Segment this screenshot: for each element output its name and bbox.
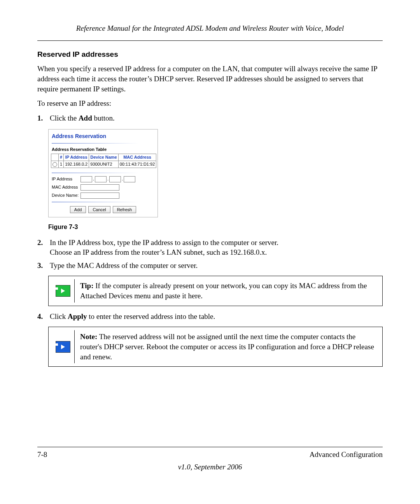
panel-separator-3 — [52, 202, 154, 202]
step-1: 1. Click the Add button. — [37, 113, 383, 123]
row-ip: 192.168.0.2 — [64, 161, 89, 168]
note-icon-cell — [52, 330, 75, 363]
step-4-number: 4. — [37, 312, 43, 322]
step-1-bold: Add — [79, 114, 92, 122]
row-radio[interactable] — [52, 162, 57, 167]
panel-separator — [52, 143, 154, 144]
table-header-row: # IP Address Device Name MAC Address — [51, 154, 156, 161]
step-4: 4. Click Apply to enter the reserved add… — [37, 312, 383, 322]
tip-arrow-icon — [56, 285, 70, 297]
lead-in: To reserve an IP address: — [37, 98, 383, 108]
mac-address-input[interactable] — [80, 184, 119, 191]
step-1-suffix: button. — [92, 114, 115, 122]
ip-octet-3[interactable] — [109, 176, 121, 182]
device-name-label: Device Name: — [52, 192, 80, 198]
section-heading: Reserved IP addresses — [37, 49, 383, 60]
tip-text-cell: Tip: If the computer is already present … — [75, 279, 377, 302]
step-3-text: Type the MAC Address of the computer or … — [50, 261, 198, 270]
step-2-number: 2. — [37, 238, 43, 248]
step-2: 2. In the IP Address box, type the IP ad… — [37, 238, 383, 257]
note-arrow-icon — [56, 341, 70, 353]
address-reservation-panel: Address Reservation Address Reservation … — [48, 129, 158, 217]
step-3: 3. Type the MAC Address of the computer … — [37, 261, 383, 271]
tip-callout: Tip: If the computer is already present … — [48, 276, 383, 306]
panel-title: Address Reservation — [52, 133, 155, 140]
step-1-number: 1. — [37, 113, 43, 123]
col-mac: MAC Address — [118, 154, 156, 161]
footer-section: Advanced Configuration — [310, 450, 383, 460]
top-rule — [37, 40, 383, 41]
figure-7-3: Address Reservation Address Reservation … — [48, 129, 383, 217]
col-num: # — [59, 154, 64, 161]
ip-octet-1[interactable] — [80, 176, 92, 182]
footer-rule — [37, 447, 383, 447]
figure-caption: Figure 7-3 — [48, 223, 383, 231]
step-3-number: 3. — [37, 261, 43, 271]
page-footer: 7-8 Advanced Configuration v1.0, Septemb… — [37, 447, 383, 472]
page-number: 7-8 — [37, 450, 47, 460]
row-device: 9300UNIT2 — [89, 161, 119, 168]
col-select — [51, 154, 59, 161]
device-name-input[interactable] — [80, 192, 119, 199]
row-num: 1 — [59, 161, 64, 168]
step-2-line1: In the IP Address box, type the IP addre… — [50, 238, 278, 247]
refresh-button[interactable]: Refresh — [113, 206, 136, 213]
intro-paragraph: When you specify a reserved IP address f… — [37, 64, 383, 94]
row-mac: 00:11:43:71:D1:92 — [118, 161, 156, 168]
ip-octet-2[interactable] — [95, 176, 107, 182]
button-row: Add Cancel Refresh — [51, 206, 155, 213]
col-device: Device Name — [89, 154, 119, 161]
mac-address-row: MAC Address — [52, 184, 154, 191]
footer-version: v1.0, September 2006 — [37, 462, 383, 472]
table-caption: Address Reservation Table — [52, 147, 155, 152]
running-head: Reference Manual for the Integrated ADSL… — [37, 23, 383, 33]
step-4-suffix: to enter the reserved address into the t… — [87, 312, 215, 320]
step-1-prefix: Click the — [50, 114, 79, 122]
add-button[interactable]: Add — [70, 206, 86, 213]
tip-text: If the computer is already present on yo… — [80, 282, 367, 300]
col-ip: IP Address — [64, 154, 89, 161]
tip-icon-cell — [52, 279, 75, 302]
ip-address-label: IP Address — [52, 176, 80, 182]
note-callout: Note: The reserved address will not be a… — [48, 327, 383, 367]
note-text-cell: Note: The reserved address will not be a… — [75, 330, 377, 363]
step-2-line2: Choose an IP address from the router’s L… — [50, 248, 267, 256]
step-4-prefix: Click — [50, 312, 68, 320]
note-label: Note: — [80, 332, 97, 341]
tip-label: Tip: — [80, 282, 94, 290]
device-name-row: Device Name: — [52, 192, 154, 199]
ip-address-row: IP Address . . . — [52, 176, 154, 182]
panel-separator-2 — [52, 173, 154, 173]
reservation-table: # IP Address Device Name MAC Address 1 1… — [51, 154, 156, 168]
note-text: The reserved address will not be assigne… — [80, 332, 374, 360]
mac-address-label: MAC Address — [52, 184, 80, 190]
ip-octet-4[interactable] — [124, 176, 135, 182]
table-row[interactable]: 1 192.168.0.2 9300UNIT2 00:11:43:71:D1:9… — [51, 161, 156, 168]
cancel-button[interactable]: Cancel — [88, 206, 110, 213]
step-4-bold: Apply — [68, 312, 87, 320]
